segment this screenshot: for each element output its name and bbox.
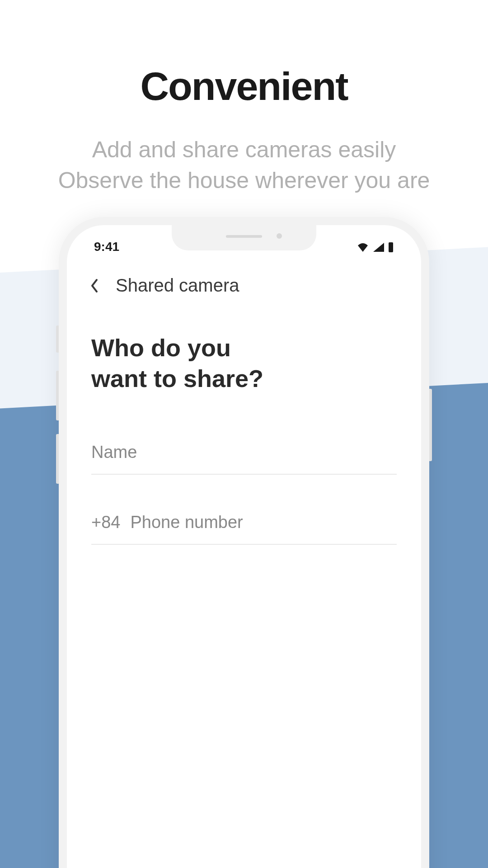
wifi-icon	[356, 242, 370, 252]
battery-icon	[388, 241, 394, 252]
phone-placeholder: Phone number	[130, 513, 243, 532]
subtitle-line-2: Observe the house wherever you are	[0, 165, 488, 196]
subtitle-line-1: Add and share cameras easily	[0, 135, 488, 165]
share-question: Who do you want to share?	[91, 333, 397, 394]
question-line-1: Who do you	[91, 334, 231, 361]
status-time: 9:41	[94, 240, 119, 254]
marketing-subtitle: Add and share cameras easily Observe the…	[0, 135, 488, 196]
marketing-title: Convenient	[0, 63, 488, 109]
svg-rect-0	[389, 242, 393, 252]
header-title: Shared camera	[116, 275, 239, 296]
name-field[interactable]: Name	[91, 443, 397, 475]
question-line-2: want to share?	[91, 365, 263, 392]
back-button[interactable]	[85, 278, 103, 293]
marketing-header: Convenient Add and share cameras easily …	[0, 0, 488, 196]
country-code[interactable]: +84	[91, 513, 120, 532]
phone-field[interactable]: +84 Phone number	[91, 513, 397, 545]
name-placeholder: Name	[91, 443, 137, 462]
status-icons	[356, 241, 394, 252]
app-header: Shared camera	[67, 259, 421, 309]
phone-mockup: 9:41	[59, 217, 429, 868]
signal-icon	[372, 242, 385, 252]
